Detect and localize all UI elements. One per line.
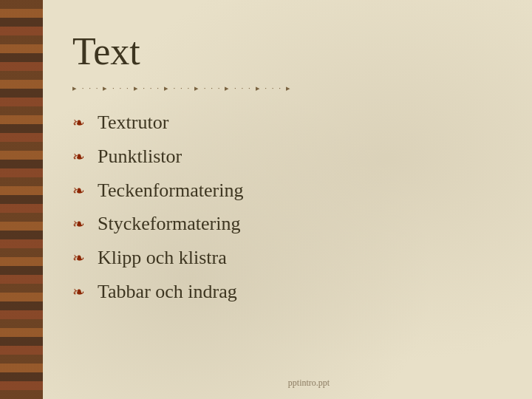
slide-title: Text <box>72 30 495 73</box>
bullet-icon: ❧ <box>72 282 89 299</box>
bullet-list: ❧Textrutor❧Punktlistor❧Teckenformatering… <box>72 110 495 304</box>
main-content: Text ❧Textrutor❧Punktlistor❧Teckenformat… <box>43 0 532 328</box>
bullet-icon: ❧ <box>72 113 89 129</box>
list-item-text: Klipp och klistra <box>98 245 227 270</box>
divider-row <box>72 83 495 94</box>
list-item: ❧Tabbar och indrag <box>72 279 495 304</box>
list-item-text: Styckeformatering <box>98 211 241 236</box>
list-item: ❧Teckenformatering <box>72 178 495 203</box>
list-item: ❧Textrutor <box>72 110 495 135</box>
bullet-icon: ❧ <box>72 248 89 265</box>
list-item-text: Textrutor <box>98 110 168 135</box>
bullet-icon: ❧ <box>72 147 89 163</box>
decorative-left-border <box>0 0 43 399</box>
list-item: ❧Punktlistor <box>72 144 495 169</box>
slide-content: Text ❧Textrutor❧Punktlistor❧Teckenformat… <box>43 0 532 399</box>
list-item: ❧Klipp och klistra <box>72 245 495 270</box>
slide-footer: pptintro.ppt <box>86 378 532 389</box>
bullet-icon: ❧ <box>72 181 89 197</box>
list-item-text: Teckenformatering <box>98 178 243 203</box>
list-item: ❧Styckeformatering <box>72 211 495 236</box>
list-item-text: Tabbar och indrag <box>98 279 237 304</box>
bullet-icon: ❧ <box>72 214 89 231</box>
list-item-text: Punktlistor <box>98 144 182 169</box>
